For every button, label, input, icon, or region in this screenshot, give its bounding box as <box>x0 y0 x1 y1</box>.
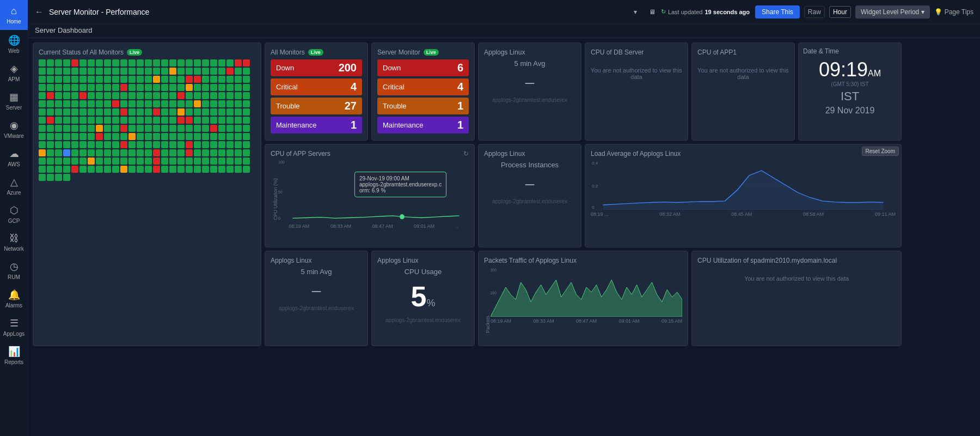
status-dot <box>55 133 62 140</box>
sm-maintenance-row[interactable]: Maintenance 1 <box>377 117 469 134</box>
sidebar-item-apm[interactable]: ◈ APM <box>0 58 28 87</box>
sidebar-item-alarms[interactable]: 🔔 Alarms <box>0 284 28 313</box>
status-dot <box>186 133 193 140</box>
status-dot <box>55 141 62 148</box>
sidebar-item-azure[interactable]: △ Azure <box>0 172 28 200</box>
cpu-value: 5 <box>411 281 427 312</box>
status-dot <box>71 166 78 173</box>
status-dot <box>55 92 62 99</box>
status-dot <box>194 92 201 99</box>
sidebar-apm-label: APM <box>8 76 20 82</box>
status-dot <box>47 166 54 173</box>
svg-text:0: 0 <box>592 206 594 210</box>
status-dot <box>243 92 250 99</box>
status-dot <box>39 174 46 181</box>
status-dot <box>88 84 95 91</box>
title-dropdown[interactable]: ▾ <box>634 8 637 16</box>
sidebar-item-network[interactable]: ⛓ Network <box>0 228 28 256</box>
status-dot <box>243 108 250 116</box>
status-dot <box>88 125 95 132</box>
rum-icon: ◷ <box>10 261 19 272</box>
status-dot <box>128 158 136 165</box>
sidebar-item-gcp[interactable]: ⬡ GCP <box>0 200 28 228</box>
sidebar-item-vmware[interactable]: ◉ VMware <box>0 115 28 143</box>
packets-chart-svg: 200 100 <box>491 268 682 317</box>
status-dot <box>96 59 103 66</box>
status-dot <box>104 141 111 148</box>
svg-marker-13 <box>603 171 883 210</box>
sidebar-item-web[interactable]: 🌐 Web <box>0 30 28 58</box>
status-dot <box>202 149 209 156</box>
status-dot <box>39 141 46 148</box>
sidebar-item-rum[interactable]: ◷ RUM <box>0 256 28 284</box>
status-dot <box>63 133 70 140</box>
status-dot <box>218 117 225 124</box>
sidebar-item-home[interactable]: ⌂ Home <box>0 0 28 30</box>
reset-zoom-button[interactable]: Reset Zoom <box>862 147 899 156</box>
status-dot <box>137 68 144 75</box>
sidebar-item-applogs[interactable]: ☰ AppLogs <box>0 313 28 341</box>
load-avg-chart-svg: 0.4 0.2 0 <box>591 161 896 210</box>
sidebar-item-reports[interactable]: 📊 Reports <box>0 341 28 370</box>
sidebar-network-label: Network <box>4 246 24 252</box>
subheader: Server Dashboard <box>28 24 980 38</box>
down-row[interactable]: Down 200 <box>271 59 362 76</box>
applogs-icon: ☰ <box>10 317 19 329</box>
dot-grid <box>39 59 255 181</box>
raw-button[interactable]: Raw <box>804 6 825 18</box>
status-dot <box>47 125 54 132</box>
sm-down-row[interactable]: Down 6 <box>377 59 469 76</box>
status-dot <box>161 141 168 148</box>
sm-trouble-row[interactable]: Trouble 1 <box>377 98 469 114</box>
applogs-cpu-footer: applogs-2gbramtest.enduserex <box>377 317 469 323</box>
sm-critical-row[interactable]: Critical 4 <box>377 78 469 95</box>
status-dot <box>226 92 234 99</box>
applogs-avg-footer: applogs-2gbramtest.enduserex <box>484 97 575 103</box>
svg-text:0.2: 0.2 <box>592 185 598 189</box>
status-dot <box>226 84 234 91</box>
svg-text:0: 0 <box>278 216 280 221</box>
sidebar: ⌂ Home 🌐 Web ◈ APM ▦ Server ◉ VMware ☁ A… <box>0 0 28 436</box>
hour-button[interactable]: Hour <box>829 6 851 18</box>
trouble-row[interactable]: Trouble 27 <box>271 98 362 114</box>
server-monitor-card: Server Monitor Live Down 6 Critical 4 Tr… <box>371 43 475 141</box>
status-dot <box>128 84 136 91</box>
status-dot <box>186 108 193 116</box>
cpu-db-auth: You are not authorized to view this data <box>591 67 682 80</box>
status-dot <box>96 117 103 124</box>
critical-count: 4 <box>351 81 357 93</box>
status-dot <box>71 117 78 124</box>
period-button[interactable]: Widget Level Period ▾ <box>855 5 930 19</box>
status-dot <box>47 117 54 124</box>
status-dot <box>169 166 176 173</box>
load-x-axis: 08:19 ... 08:32 AM 08:45 AM 08:58 AM 09:… <box>591 211 896 217</box>
status-dot <box>55 59 62 66</box>
status-dot <box>210 84 217 91</box>
status-dot <box>120 59 127 66</box>
status-dot <box>63 92 70 99</box>
page-tips-button[interactable]: 💡 Page Tips <box>934 8 973 16</box>
status-dot <box>104 108 111 116</box>
share-button[interactable]: Share This <box>755 5 800 19</box>
sidebar-item-aws[interactable]: ☁ AWS <box>0 143 28 172</box>
status-dot <box>226 141 234 148</box>
status-dot <box>104 166 111 173</box>
applogs-cpu-title: Applogs Linux <box>377 257 469 264</box>
status-dot <box>79 117 87 124</box>
status-dot <box>218 108 225 116</box>
aws-icon: ☁ <box>9 148 19 160</box>
status-dot <box>177 141 185 148</box>
status-dot <box>153 141 160 148</box>
refresh-button[interactable]: ↻ <box>463 150 469 158</box>
status-dot <box>47 68 54 75</box>
status-dot <box>137 100 144 107</box>
back-button[interactable]: ← <box>35 7 44 17</box>
status-dot <box>55 158 62 165</box>
maintenance-row[interactable]: Maintenance 1 <box>271 117 362 134</box>
status-dot <box>194 141 201 148</box>
sidebar-item-server[interactable]: ▦ Server <box>0 87 28 115</box>
status-dot <box>186 92 193 99</box>
critical-row[interactable]: Critical 4 <box>271 78 362 95</box>
status-dot <box>210 68 217 75</box>
sidebar-gcp-label: GCP <box>8 218 20 224</box>
